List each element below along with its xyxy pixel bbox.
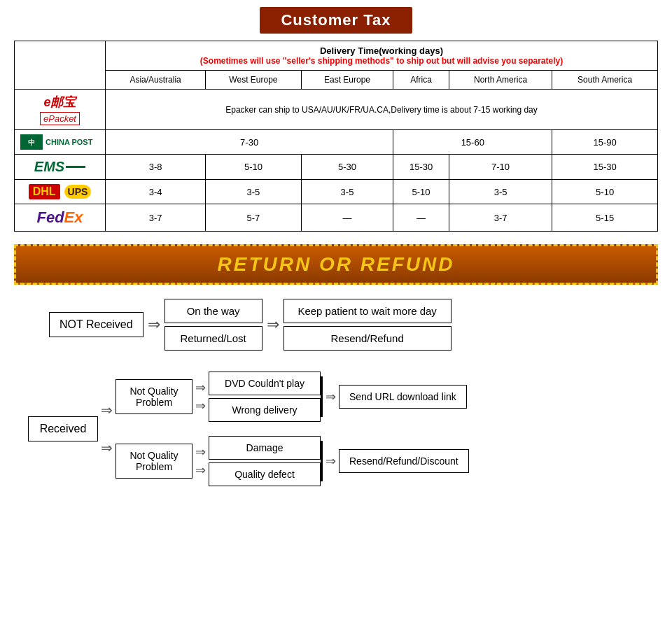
chinapost-data-2: 15-60 <box>393 130 552 155</box>
chinapost-data-3: 15-90 <box>552 130 658 155</box>
ems-africa: 15-30 <box>393 155 449 180</box>
returned-lost-box: Returned/Lost <box>164 326 262 351</box>
send-url-box: Send URL download link <box>339 385 467 409</box>
nqp1-arrows: ⇒ ⇒ <box>195 380 206 414</box>
bracket-line-2 <box>321 441 323 481</box>
ems-west: 5-10 <box>206 155 302 180</box>
ems-north: 7-10 <box>449 155 552 180</box>
col-west-europe: West Europe <box>206 71 302 90</box>
col-asia: Asia/Australia <box>106 71 206 90</box>
wrong-delivery-box: Wrong delivery <box>209 398 321 422</box>
not-quality-boxes: Not QualityProblem ⇒ ⇒ DVD Couldn't play… <box>115 372 469 486</box>
bracket-line-1 <box>321 376 323 417</box>
delivery-table: Delivery Time(working days) (Sometimes w… <box>14 41 658 232</box>
return-refund-banner: RETURN OR REFUND <box>14 244 658 285</box>
svg-text:中: 中 <box>28 139 35 146</box>
nr-middle-options: On the way Returned/Lost <box>164 299 262 351</box>
on-the-way-box: On the way <box>164 299 262 323</box>
dhl-africa: 5-10 <box>393 180 449 204</box>
arrow-nr-to-middle: ⇒ <box>148 316 160 334</box>
table-row-chinapost: 中 CHINA POST 7-30 15-60 15-90 <box>15 130 658 155</box>
col-africa: Africa <box>393 71 449 90</box>
nqp2-arrows: ⇒ ⇒ <box>195 444 206 478</box>
fedex-logo: FedEx <box>20 208 99 227</box>
damage-quality-boxes: Damage Quality defect <box>209 436 321 486</box>
col-north-america: North America <box>449 71 552 90</box>
epacket-note: Epacker can ship to USA/AU/UK/FR/UA.CA,D… <box>106 90 658 130</box>
fedex-east: — <box>301 204 393 232</box>
customer-tax-title: Customer Tax <box>260 7 412 34</box>
quality-defect-box: Quality defect <box>209 462 321 486</box>
chinapost-data-1: 7-30 <box>106 130 393 155</box>
not-quality-problem-1: Not QualityProblem <box>115 379 192 414</box>
table-row-ems: EMS 3-8 5-10 5-30 15-30 7-10 15-30 <box>15 155 658 180</box>
dvd-box: DVD Couldn't play <box>209 372 321 395</box>
bracket-arrow-1: ⇒ <box>326 389 336 404</box>
nqp1-row: Not QualityProblem ⇒ ⇒ DVD Couldn't play… <box>115 372 469 422</box>
dhl-asia: 3-4 <box>106 180 206 204</box>
bracket-arrow-2: ⇒ <box>326 453 336 469</box>
dhl-west: 3-5 <box>206 180 302 204</box>
fedex-asia: 3-7 <box>106 204 206 232</box>
received-main-row: Received ⇒ ⇒ Not QualityProblem ⇒ ⇒ DVD … <box>28 372 651 486</box>
customer-tax-title-wrap: Customer Tax <box>14 7 658 34</box>
epacket-logo: e邮宝 ePacket <box>20 94 99 125</box>
resend-refund-box: Resend/Refund <box>284 326 451 351</box>
damage-box: Damage <box>209 436 321 460</box>
ems-asia: 3-8 <box>106 155 206 180</box>
dhl-north: 3-5 <box>449 180 552 204</box>
return-refund-title: RETURN OR REFUND <box>218 253 455 275</box>
table-row-epacket: e邮宝 ePacket Epacker can ship to USA/AU/U… <box>15 90 658 130</box>
received-section: Received ⇒ ⇒ Not QualityProblem ⇒ ⇒ DVD … <box>14 372 658 500</box>
not-quality-problem-2: Not QualityProblem <box>115 444 192 479</box>
chinapost-icon: 中 <box>20 134 43 150</box>
fedex-west: 5-7 <box>206 204 302 232</box>
ems-east: 5-30 <box>301 155 393 180</box>
col-east-europe: East Europe <box>301 71 393 90</box>
fedex-africa: — <box>393 204 449 232</box>
ems-south: 15-30 <box>552 155 658 180</box>
fedex-south: 5-15 <box>552 204 658 232</box>
dhl-east: 3-5 <box>301 180 393 204</box>
not-received-section: NOT Received ⇒ On the way Returned/Lost … <box>14 299 658 351</box>
chinapost-logo: 中 CHINA POST <box>20 134 99 150</box>
nr-right-options: Keep patient to wait more day Resend/Ref… <box>284 299 451 351</box>
table-row-dhlups: DHL UPS 3-4 3-5 3-5 5-10 3-5 5-10 <box>15 180 658 204</box>
delivery-time-header: Delivery Time(working days) (Sometimes w… <box>106 41 658 71</box>
not-received-box: NOT Received <box>49 312 144 337</box>
received-arrow-top: ⇒ <box>101 402 113 418</box>
nqp2-row: Not QualityProblem ⇒ ⇒ Damage Quality de… <box>115 436 469 486</box>
received-arrow-bottom: ⇒ <box>101 439 113 456</box>
received-box: Received <box>28 416 98 441</box>
col-south-america: South America <box>552 71 658 90</box>
table-row-fedex: FedEx 3-7 5-7 — — 3-7 5-15 <box>15 204 658 232</box>
resend-refund-discount-box: Resend/Refund/Discount <box>339 449 469 473</box>
received-arrows: ⇒ ⇒ <box>101 402 113 456</box>
dhlups-logo: DHL UPS <box>20 184 99 199</box>
keep-patient-box: Keep patient to wait more day <box>284 299 451 323</box>
dhl-south: 5-10 <box>552 180 658 204</box>
dvd-wrong-boxes: DVD Couldn't play Wrong delivery <box>209 372 321 422</box>
fedex-north: 3-7 <box>449 204 552 232</box>
ems-logo: EMS <box>20 159 99 175</box>
arrow-middle-to-right: ⇒ <box>267 316 279 334</box>
